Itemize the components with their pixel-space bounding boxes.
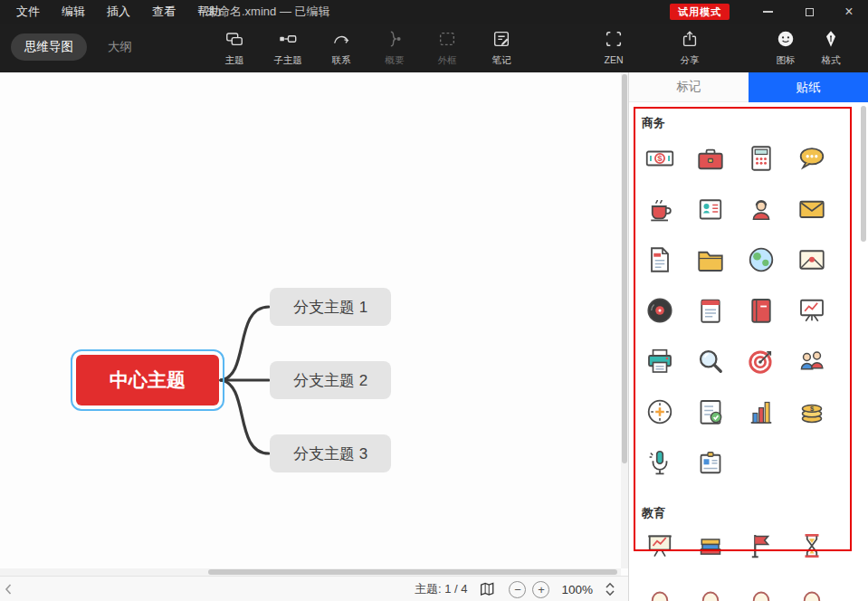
- minimize-button[interactable]: [754, 0, 781, 24]
- folder-icon: [694, 243, 727, 276]
- topic-counter: 主题: 1 / 4: [415, 581, 468, 597]
- menu-item[interactable]: 编辑: [62, 4, 85, 20]
- sticker[interactable]: [642, 444, 678, 481]
- right-panel: 标记贴纸 商务 教育: [628, 72, 868, 601]
- panel-tab[interactable]: 标记: [629, 72, 749, 102]
- sticker[interactable]: [692, 444, 729, 481]
- sticker[interactable]: [794, 292, 830, 329]
- sticker[interactable]: [743, 292, 779, 329]
- sticker[interactable]: [743, 343, 779, 379]
- easel-icon: [796, 294, 828, 327]
- sticker[interactable]: [692, 343, 729, 379]
- horizontal-scroll-thumb[interactable]: [208, 569, 617, 575]
- sticker[interactable]: [692, 140, 729, 176]
- share-icon: [680, 29, 700, 49]
- sticker[interactable]: [743, 394, 779, 430]
- panel-toggle-button[interactable]: 格式: [807, 29, 854, 67]
- canvas-horizontal-scrollbar[interactable]: [0, 568, 621, 576]
- menu-item[interactable]: 插入: [107, 4, 130, 20]
- branch-topic[interactable]: 分支主题 3: [270, 434, 391, 472]
- sticker[interactable]: [642, 292, 678, 329]
- zoom-in-button[interactable]: +: [532, 581, 549, 598]
- printer-icon: [644, 345, 676, 377]
- close-button[interactable]: ×: [835, 0, 863, 24]
- sticker[interactable]: [794, 140, 830, 176]
- sticker[interactable]: [794, 528, 830, 564]
- canvas-vertical-scrollbar[interactable]: [621, 72, 628, 568]
- coffee-icon: [644, 193, 676, 225]
- sticker[interactable]: [692, 191, 729, 227]
- zoom-out-button[interactable]: −: [509, 581, 526, 598]
- maximize-button[interactable]: [796, 0, 823, 24]
- envelope-icon: [796, 193, 828, 225]
- sticker[interactable]: [743, 140, 779, 176]
- sticker[interactable]: [692, 292, 729, 329]
- central-topic[interactable]: 中心主题: [76, 355, 219, 405]
- panel-scrollbar[interactable]: [861, 106, 866, 595]
- sticker[interactable]: [794, 394, 830, 430]
- sticker[interactable]: [743, 578, 779, 601]
- close-icon: ×: [844, 4, 853, 20]
- sticker[interactable]: [794, 578, 830, 601]
- branch-topic[interactable]: 分支主题 1: [270, 288, 391, 326]
- sticker[interactable]: [642, 528, 678, 564]
- board-icon: [644, 529, 676, 562]
- sticker[interactable]: [692, 394, 729, 430]
- zoom-spinner-icon[interactable]: [605, 581, 615, 597]
- sticker[interactable]: [642, 394, 678, 430]
- agent-icon: [745, 193, 777, 225]
- tool-button[interactable]: 笔记: [478, 29, 525, 67]
- sticker[interactable]: [794, 242, 830, 278]
- notebook-icon: [745, 294, 777, 327]
- vertical-scroll-thumb[interactable]: [622, 74, 627, 463]
- toolbar: 思维导图大纲 主题 子主题 联系 概要 外框 笔记 ZE: [0, 24, 868, 72]
- section-title-business: 商务: [642, 115, 665, 131]
- sticker[interactable]: [642, 242, 678, 278]
- mindmap-canvas[interactable]: 中心主题 分支主题 1分支主题 2分支主题 3: [0, 72, 628, 576]
- tool-button[interactable]: 子主题: [264, 29, 311, 67]
- tool-button[interactable]: 分享: [666, 29, 713, 67]
- sticker[interactable]: [642, 578, 678, 601]
- tool-button[interactable]: 主题: [211, 29, 258, 67]
- panel-toggle-label: 格式: [807, 54, 854, 67]
- branch-topic[interactable]: 分支主题 2: [270, 361, 391, 399]
- tool-button[interactable]: ZEN: [590, 29, 637, 65]
- badge-icon: [694, 446, 727, 479]
- sticker[interactable]: [642, 343, 678, 379]
- chat-icon: [796, 142, 828, 175]
- mode-tab[interactable]: 思维导图: [11, 33, 87, 61]
- maximize-icon: [806, 8, 814, 16]
- zoom-controls: − +: [509, 581, 549, 598]
- trial-mode-badge[interactable]: 试用模式: [670, 4, 730, 20]
- titlebar: 文件编辑插入查看帮助 未命名.xmind — 已编辑 试用模式 ×: [0, 0, 868, 24]
- subtopic-icon: [278, 29, 298, 49]
- tool-label: 分享: [666, 54, 713, 67]
- sticker[interactable]: [692, 242, 729, 278]
- document-icon: [644, 243, 676, 276]
- sticker[interactable]: [743, 528, 779, 564]
- panel-tab[interactable]: 贴纸: [749, 72, 868, 102]
- overview-map-icon[interactable]: [479, 581, 497, 597]
- sticker[interactable]: [794, 191, 830, 227]
- sticker[interactable]: [642, 191, 678, 227]
- section-title-education: 教育: [642, 505, 665, 521]
- tool-button[interactable]: 联系: [318, 29, 365, 67]
- zoom-level[interactable]: 100%: [561, 583, 593, 596]
- record-icon: [644, 294, 676, 327]
- sticker[interactable]: [692, 528, 729, 564]
- panel-scroll-thumb[interactable]: [861, 106, 866, 242]
- sticker[interactable]: [692, 578, 729, 601]
- menu-item[interactable]: 查看: [152, 4, 176, 20]
- sticker[interactable]: [642, 140, 678, 176]
- mode-tab[interactable]: 大纲: [94, 33, 146, 61]
- sticker[interactable]: [743, 191, 779, 227]
- sticker[interactable]: [743, 242, 779, 278]
- sticker[interactable]: [794, 343, 830, 379]
- tool-label: 外框: [424, 54, 471, 67]
- collapse-arrow-icon[interactable]: [4, 583, 13, 596]
- panel-toggle-button[interactable]: 图标: [762, 29, 809, 67]
- summary-icon: [385, 29, 405, 49]
- coins-icon: [796, 396, 828, 428]
- menu-item[interactable]: 文件: [16, 4, 40, 20]
- partial-sticker: [694, 580, 727, 601]
